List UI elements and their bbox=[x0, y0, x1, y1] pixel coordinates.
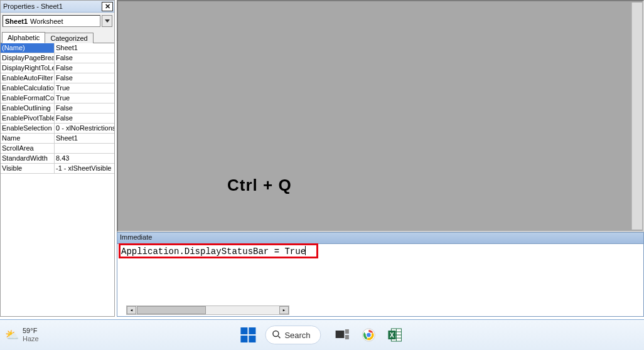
property-value[interactable]: True bbox=[55, 83, 114, 93]
scroll-left-button[interactable]: ◂ bbox=[127, 306, 136, 314]
property-row[interactable]: DisplayPageBreaksFalse bbox=[1, 53, 114, 63]
chevron-down-icon bbox=[105, 19, 110, 23]
svg-rect-1 bbox=[240, 327, 247, 334]
property-value[interactable]: False bbox=[55, 73, 114, 83]
svg-rect-7 bbox=[336, 331, 345, 338]
svg-line-6 bbox=[278, 336, 280, 338]
property-value[interactable]: False bbox=[55, 103, 114, 113]
properties-panel-title: Properties - Sheet1 bbox=[3, 3, 63, 10]
property-value[interactable]: False bbox=[55, 53, 114, 63]
property-row[interactable]: EnableCalculationTrue bbox=[1, 83, 114, 93]
chrome-app[interactable] bbox=[360, 326, 378, 344]
excel-app[interactable]: X bbox=[387, 326, 404, 344]
weather-desc: Haze bbox=[23, 335, 39, 343]
svg-rect-8 bbox=[345, 329, 349, 334]
svg-rect-4 bbox=[249, 336, 255, 342]
property-row[interactable]: EnableOutliningFalse bbox=[1, 103, 114, 114]
property-value[interactable]: -1 - xlSheetVisible bbox=[55, 164, 114, 173]
scroll-thumb[interactable] bbox=[137, 306, 206, 314]
start-button[interactable] bbox=[240, 327, 256, 343]
property-name: Name bbox=[1, 134, 55, 143]
immediate-code: Application.DisplayStatusBar = True bbox=[121, 247, 306, 257]
svg-point-5 bbox=[273, 331, 279, 336]
property-value[interactable]: True bbox=[55, 93, 114, 103]
task-view-button[interactable] bbox=[334, 326, 352, 344]
properties-tabs: Alphabetic Categorized bbox=[1, 29, 114, 43]
object-selector-box[interactable]: Sheet1 Worksheet bbox=[3, 15, 100, 27]
scroll-right-button[interactable]: ▸ bbox=[279, 306, 289, 314]
property-value[interactable]: 0 - xlNoRestrictions bbox=[55, 124, 114, 133]
property-row[interactable]: EnableSelection0 - xlNoRestrictions bbox=[1, 124, 114, 134]
property-name: EnablePivotTable bbox=[1, 114, 55, 123]
property-name: DisplayRightToLeft bbox=[1, 63, 55, 73]
svg-rect-2 bbox=[249, 327, 255, 334]
property-value[interactable]: False bbox=[55, 63, 114, 73]
property-name: EnableOutlining bbox=[1, 103, 55, 113]
property-row[interactable]: (Name)Sheet1 bbox=[1, 43, 114, 53]
property-row[interactable]: EnableFormatConTrue bbox=[1, 93, 114, 103]
search-label: Search bbox=[284, 331, 310, 340]
chrome-icon bbox=[362, 327, 377, 342]
property-name: ScrollArea bbox=[1, 144, 55, 153]
property-name: (Name) bbox=[1, 43, 55, 53]
property-name: EnableSelection bbox=[1, 124, 55, 133]
properties-panel-title-bar: Properties - Sheet1 ✕ bbox=[1, 1, 114, 13]
weather-icon: ⛅ bbox=[5, 331, 19, 339]
property-name: Visible bbox=[1, 164, 55, 173]
property-value[interactable] bbox=[55, 144, 114, 153]
search-icon bbox=[272, 330, 281, 341]
svg-text:X: X bbox=[390, 332, 394, 339]
immediate-panel: Immediate Application.DisplayStatusBar =… bbox=[117, 232, 644, 317]
task-view-icon bbox=[336, 329, 350, 341]
property-name: StandardWidth bbox=[1, 154, 55, 163]
weather-widget[interactable]: ⛅ 59°F Haze bbox=[5, 327, 39, 343]
property-row[interactable]: EnableAutoFilterFalse bbox=[1, 73, 114, 83]
horizontal-scrollbar[interactable]: ◂ ▸ bbox=[126, 305, 289, 315]
property-name: EnableCalculation bbox=[1, 83, 55, 93]
shortcut-overlay: Ctrl + Q bbox=[227, 176, 292, 195]
property-name: EnableAutoFilter bbox=[1, 73, 55, 83]
property-row[interactable]: Visible-1 - xlSheetVisible bbox=[1, 164, 114, 174]
svg-rect-9 bbox=[345, 335, 349, 339]
property-value[interactable]: Sheet1 bbox=[55, 43, 114, 53]
tab-alphabetic[interactable]: Alphabetic bbox=[2, 32, 45, 43]
taskbar-search[interactable]: Search bbox=[265, 326, 321, 344]
property-value[interactable]: False bbox=[55, 114, 114, 123]
immediate-title: Immediate bbox=[117, 233, 643, 244]
taskbar: ⛅ 59°F Haze Search bbox=[0, 319, 644, 350]
object-selector: Sheet1 Worksheet bbox=[1, 13, 114, 29]
immediate-input[interactable]: Application.DisplayStatusBar = True ◂ ▸ bbox=[117, 244, 643, 316]
property-value[interactable]: Sheet1 bbox=[55, 134, 114, 143]
text-caret bbox=[305, 246, 306, 255]
code-area bbox=[117, 0, 644, 232]
property-row[interactable]: StandardWidth8.43 bbox=[1, 154, 114, 164]
windows-icon bbox=[240, 327, 256, 343]
properties-panel: Properties - Sheet1 ✕ Sheet1 Worksheet A… bbox=[0, 0, 115, 317]
property-row[interactable]: DisplayRightToLeftFalse bbox=[1, 63, 114, 73]
vertical-scrollbar[interactable] bbox=[631, 3, 642, 230]
object-selector-dropdown[interactable] bbox=[102, 15, 112, 27]
weather-temp: 59°F bbox=[23, 327, 39, 335]
property-name: DisplayPageBreaks bbox=[1, 53, 55, 63]
object-name: Sheet1 bbox=[5, 18, 28, 25]
property-value[interactable]: 8.43 bbox=[55, 154, 114, 163]
property-row[interactable]: EnablePivotTableFalse bbox=[1, 114, 114, 124]
svg-marker-0 bbox=[105, 19, 110, 23]
object-type: Worksheet bbox=[30, 18, 63, 25]
close-icon[interactable]: ✕ bbox=[102, 2, 113, 11]
excel-icon: X bbox=[388, 327, 403, 342]
properties-grid: (Name)Sheet1DisplayPageBreaksFalseDispla… bbox=[1, 43, 114, 316]
svg-rect-3 bbox=[240, 336, 247, 342]
property-row[interactable]: NameSheet1 bbox=[1, 134, 114, 144]
tab-categorized[interactable]: Categorized bbox=[45, 33, 93, 43]
property-row[interactable]: ScrollArea bbox=[1, 144, 114, 154]
property-name: EnableFormatCon bbox=[1, 93, 55, 103]
